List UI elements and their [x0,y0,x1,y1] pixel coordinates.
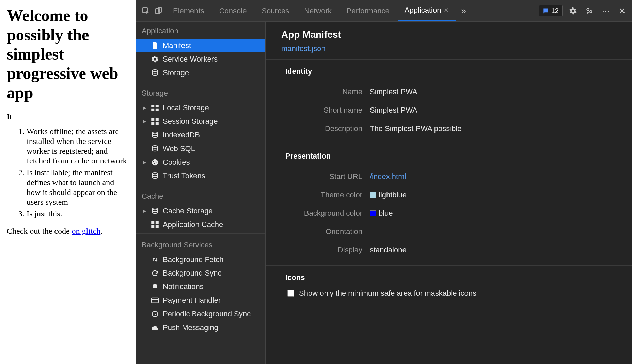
sidebar-item-cookies[interactable]: ▶ Cookies [136,155,265,169]
tab-network[interactable]: Network [297,0,338,21]
name-value: Simplest PWA [370,87,417,96]
theme-color-label: Theme color [281,191,370,199]
start-url-link[interactable]: /index.html [370,172,406,181]
sidebar-item-local-storage[interactable]: ▶ Local Storage [136,101,265,115]
sidebar-item-storage[interactable]: Storage [136,66,265,80]
sidebar-item-periodic-bg-sync[interactable]: Periodic Background Sync [136,307,265,321]
list-item: Works offline; the assets are installed … [27,127,129,166]
storage-icon [151,69,159,77]
chevron-right-icon: ▶ [143,119,146,124]
sidebar-item-push-messaging[interactable]: Push Messaging [136,321,265,334]
sidebar-item-websql[interactable]: Web SQL [136,142,265,155]
manifest-json-link[interactable]: manifest.json [281,44,326,53]
bell-icon [151,283,159,291]
bg-color-value: blue [379,209,393,218]
svg-point-19 [154,163,155,164]
tab-console[interactable]: Console [212,0,254,21]
bg-color-swatch [370,210,376,216]
application-panel-body: Application Manifest Service Workers Sto… [136,22,632,364]
sidebar-item-session-storage[interactable]: ▶ Session Storage [136,115,265,128]
display-label: Display [281,246,370,254]
manifest-header: App Manifest manifest.json [266,22,632,59]
page-intro: It [7,112,129,122]
svg-rect-11 [156,118,159,121]
feedback-icon[interactable] [584,5,595,17]
rendered-webpage: Welcome to possibly the simplest progres… [0,0,136,364]
chevron-right-icon: ▶ [143,105,146,110]
inspect-element-icon[interactable] [140,5,151,16]
display-value: standalone [370,246,407,254]
theme-color-swatch [370,192,376,198]
identity-section: Identity Name Simplest PWA Short name Si… [266,59,632,144]
svg-rect-23 [151,221,154,224]
sidebar-section-cache: Cache [136,187,265,204]
sidebar-item-notifications[interactable]: Notifications [136,280,265,294]
chevron-right-icon: ▶ [143,160,146,165]
table-icon [151,118,159,125]
maskable-checkbox[interactable] [287,290,294,297]
sidebar-item-trust-tokens[interactable]: Trust Tokens [136,169,265,183]
cookie-icon [151,159,159,166]
sidebar-section-storage: Storage [136,84,265,101]
start-url-label: Start URL [281,172,370,181]
gear-icon [151,55,159,63]
db-icon [151,131,159,139]
svg-point-14 [153,132,158,134]
page-heading: Welcome to possibly the simplest progres… [7,6,129,102]
sidebar-item-bg-sync[interactable]: Background Sync [136,266,265,280]
sidebar-item-manifest[interactable]: Manifest [136,39,265,52]
tab-performance[interactable]: Performance [340,0,396,21]
file-icon [151,42,159,49]
device-toolbar-icon[interactable] [153,5,164,16]
close-icon[interactable]: ✕ [444,6,449,14]
more-tabs-button[interactable]: » [457,0,470,21]
page-footer: Check out the code on glitch. [7,226,129,236]
issues-badge[interactable]: 12 [539,5,563,16]
svg-rect-25 [151,225,154,228]
svg-rect-24 [156,221,159,224]
sidebar-section-application: Application [136,22,265,39]
svg-point-17 [153,161,154,162]
bg-color-label: Background color [281,209,370,218]
description-label: Description [281,124,370,133]
presentation-heading: Presentation [281,152,616,161]
devtools-tabbar: Elements Console Sources Network Perform… [136,0,632,22]
manifest-title: App Manifest [281,29,616,40]
application-sidebar: Application Manifest Service Workers Sto… [136,22,266,364]
page-list: Works offline; the assets are installed … [27,127,129,219]
card-icon [151,297,159,304]
glitch-link[interactable]: on glitch [72,227,101,235]
manifest-main-content: App Manifest manifest.json Identity Name… [266,22,632,364]
sidebar-item-indexeddb[interactable]: IndexedDB [136,128,265,142]
tab-sources[interactable]: Sources [255,0,296,21]
svg-rect-27 [152,298,158,303]
svg-rect-26 [156,225,159,228]
short-name-value: Simplest PWA [370,106,417,115]
short-name-label: Short name [281,106,370,115]
svg-rect-9 [156,109,159,111]
sidebar-item-cache-storage[interactable]: ▶ Cache Storage [136,204,265,218]
table-icon [151,104,159,112]
chevron-right-icon: ▶ [143,209,146,213]
svg-rect-13 [156,122,159,125]
tab-elements[interactable]: Elements [166,0,211,21]
sidebar-item-bg-fetch[interactable]: Background Fetch [136,253,265,266]
maskable-checkbox-label[interactable]: Show only the minimum safe area for mask… [299,289,476,298]
sidebar-item-payment-handler[interactable]: Payment Handler [136,294,265,307]
tab-application[interactable]: Application ✕ [398,0,456,21]
sidebar-item-application-cache[interactable]: Application Cache [136,218,265,231]
close-devtools-icon[interactable]: ✕ [616,5,628,17]
sidebar-item-service-workers[interactable]: Service Workers [136,52,265,66]
svg-point-20 [156,162,157,163]
sync-icon [151,269,159,277]
svg-point-3 [587,8,589,11]
svg-point-18 [155,161,156,162]
svg-point-16 [152,159,158,165]
more-options-icon[interactable]: ⋯ [600,5,612,17]
sidebar-section-bg-services: Background Services [136,236,265,253]
settings-icon[interactable] [567,5,579,17]
name-label: Name [281,87,370,96]
db-icon [151,172,159,180]
theme-color-value: lightblue [379,191,407,199]
db-icon [151,207,159,215]
